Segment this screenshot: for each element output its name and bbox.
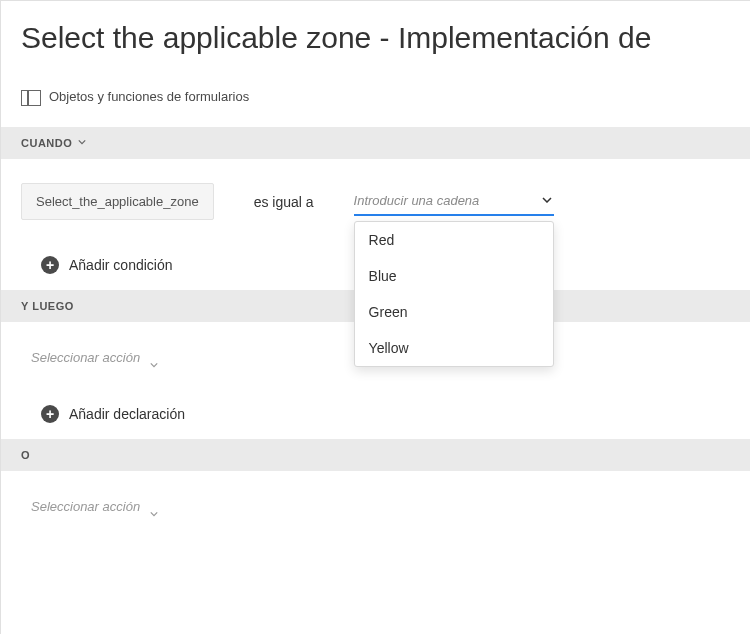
action-select-placeholder: Seleccionar acción	[31, 350, 140, 365]
add-declaration-label: Añadir declaración	[69, 406, 185, 422]
section-label-o: O	[21, 449, 30, 461]
section-label-y-luego: Y LUEGO	[21, 300, 74, 312]
value-dropdown[interactable]: Introducir una cadena Red Blue Green Yel…	[354, 187, 554, 216]
action-select-2[interactable]: Seleccionar acción	[1, 471, 750, 542]
dropdown-option[interactable]: Green	[355, 294, 553, 330]
form-objects-label: Objetos y funciones de formularios	[49, 89, 249, 104]
field-chip[interactable]: Select_the_applicable_zone	[21, 183, 214, 220]
dropdown-option[interactable]: Yellow	[355, 330, 553, 366]
add-condition-label: Añadir condición	[69, 257, 173, 273]
add-declaration-button[interactable]: + Añadir declaración	[1, 393, 750, 439]
value-dropdown-menu: Red Blue Green Yellow	[354, 221, 554, 367]
plus-circle-icon: +	[41, 405, 59, 423]
section-header-cuando[interactable]: CUANDO	[1, 127, 750, 159]
chevron-down-icon	[78, 139, 86, 147]
form-objects-toolbar[interactable]: Objetos y funciones de formularios	[1, 79, 750, 115]
value-placeholder: Introducir una cadena	[354, 193, 480, 208]
condition-row: Select_the_applicable_zone es igual a In…	[1, 159, 750, 244]
chevron-down-icon	[542, 197, 550, 205]
dropdown-option[interactable]: Blue	[355, 258, 553, 294]
plus-circle-icon: +	[41, 256, 59, 274]
chevron-down-icon	[150, 503, 158, 511]
section-header-o: O	[1, 439, 750, 471]
chevron-down-icon	[150, 354, 158, 362]
page-title: Select the applicable zone - Implementac…	[1, 1, 750, 79]
form-objects-icon	[21, 90, 39, 104]
operator-text[interactable]: es igual a	[254, 194, 314, 210]
action-select-placeholder: Seleccionar acción	[31, 499, 140, 514]
dropdown-option[interactable]: Red	[355, 222, 553, 258]
value-dropdown-input[interactable]: Introducir una cadena	[354, 187, 554, 216]
section-label-cuando: CUANDO	[21, 137, 72, 149]
